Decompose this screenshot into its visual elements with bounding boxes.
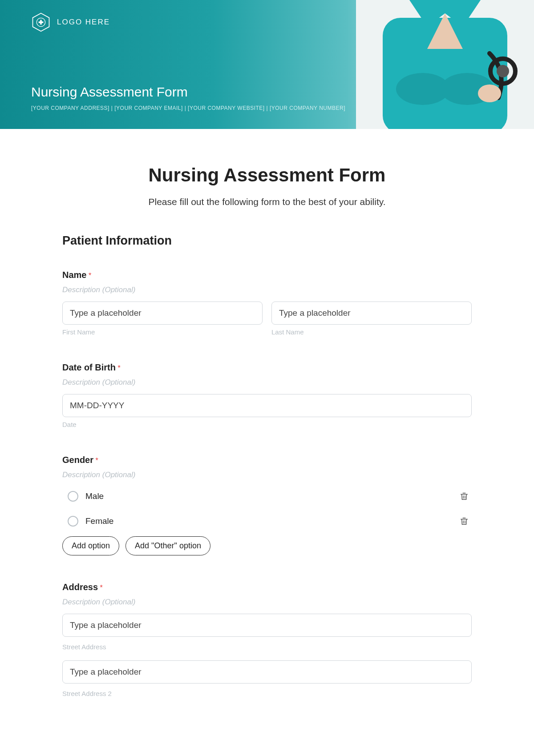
- last-name-input[interactable]: [271, 302, 472, 325]
- field-gender: Gender * Description (Optional) Male Fem…: [62, 455, 472, 555]
- svg-point-10: [478, 84, 501, 102]
- required-marker: *: [89, 272, 91, 279]
- required-marker: *: [95, 457, 98, 464]
- trash-icon[interactable]: [459, 491, 469, 501]
- section-patient-info-heading: Patient Information: [62, 234, 472, 248]
- logo-text: LOGO HERE: [57, 18, 110, 27]
- add-other-option-button[interactable]: Add "Other" option: [125, 536, 210, 555]
- dob-input[interactable]: [62, 394, 472, 417]
- required-marker: *: [117, 364, 120, 372]
- form-content: Nursing Assessment Form Please fill out …: [62, 129, 472, 715]
- address-label: Address: [62, 582, 98, 592]
- field-dob: Date of Birth * Description (Optional) D…: [62, 362, 472, 428]
- svg-point-9: [497, 65, 509, 77]
- field-address: Address * Description (Optional) Street …: [62, 582, 472, 697]
- street-address-2-input[interactable]: [62, 660, 472, 684]
- nurse-image: [356, 0, 534, 129]
- street-address-sublabel: Street Address: [62, 643, 472, 651]
- svg-rect-3: [39, 21, 44, 23]
- field-name: Name * Description (Optional) First Name…: [62, 270, 472, 336]
- first-name-input[interactable]: [62, 302, 263, 325]
- header-title: Nursing Assessment Form: [31, 84, 188, 100]
- gender-option-female-row: Female: [62, 511, 472, 531]
- header-company-info: [YOUR COMPANY ADDRESS] | [YOUR COMPANY E…: [31, 105, 345, 111]
- gender-label: Gender: [62, 455, 93, 465]
- gender-option-male-label[interactable]: Male: [85, 491, 104, 501]
- gender-option-male-row: Male: [62, 487, 472, 506]
- street-address-input[interactable]: [62, 614, 472, 637]
- radio-icon[interactable]: [68, 491, 78, 502]
- dob-sublabel: Date: [62, 421, 472, 428]
- required-marker: *: [100, 584, 102, 591]
- logo: LOGO HERE: [31, 12, 110, 32]
- address-description[interactable]: Description (Optional): [62, 598, 472, 607]
- form-title: Nursing Assessment Form: [62, 165, 472, 186]
- header-banner: LOGO HERE Nursing Assessment Form [YOUR …: [0, 0, 534, 129]
- street-address-2-sublabel: Street Address 2: [62, 690, 472, 697]
- radio-icon[interactable]: [68, 516, 78, 527]
- name-label: Name: [62, 270, 86, 280]
- trash-icon[interactable]: [459, 516, 469, 526]
- dob-label: Date of Birth: [62, 362, 116, 372]
- medical-cross-hex-icon: [31, 12, 51, 32]
- add-option-button[interactable]: Add option: [62, 536, 119, 555]
- gender-option-female-label[interactable]: Female: [85, 516, 113, 526]
- gender-description[interactable]: Description (Optional): [62, 470, 472, 479]
- form-intro: Please fill out the following form to th…: [62, 197, 472, 207]
- last-name-sublabel: Last Name: [271, 328, 472, 336]
- dob-description[interactable]: Description (Optional): [62, 378, 472, 387]
- name-description[interactable]: Description (Optional): [62, 286, 472, 294]
- first-name-sublabel: First Name: [62, 328, 263, 336]
